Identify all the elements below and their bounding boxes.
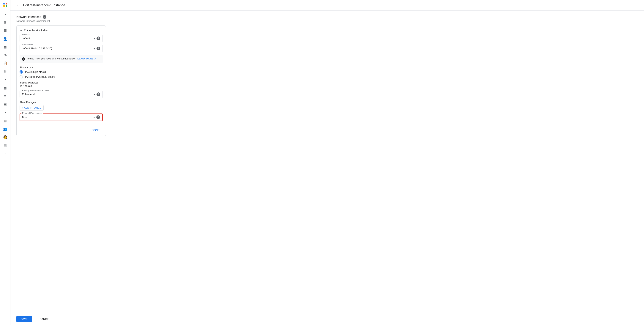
network-field: Network default ▾ ? — [20, 35, 103, 42]
bottom-bar: SAVE CANCEL — [10, 313, 644, 325]
sidebar-item-calendar[interactable]: 📋 — [2, 60, 9, 67]
sidebar-item-settings[interactable]: ⚙ — [2, 68, 9, 75]
percent-icon: % — [4, 53, 6, 57]
sidebar-item-person1[interactable]: 👤 — [2, 35, 9, 42]
primary-ipv4-help-icon[interactable]: ? — [96, 92, 100, 96]
sidebar-expand[interactable]: › — [2, 150, 9, 157]
subnetwork-field-value: default IPv4 (10.138.0/20) — [22, 47, 92, 50]
subnetwork-field-inner[interactable]: default IPv4 (10.138.0/20) ▾ ? — [20, 45, 103, 52]
svg-rect-3 — [6, 5, 7, 7]
person3-icon: 🧑 — [3, 135, 7, 139]
sidebar-item-list1[interactable]: ☰ — [2, 27, 9, 34]
sidebar-item-grid3[interactable]: ▦ — [2, 84, 9, 92]
network-field-label: Network — [22, 33, 30, 36]
dot2-icon — [5, 79, 6, 80]
sidebar-item-grid4[interactable]: ▣ — [2, 101, 9, 108]
primary-ipv4-field-inner[interactable]: Ephemeral ▾ ? — [20, 91, 103, 98]
ip-stack-type-label: IP stack type — [20, 66, 103, 69]
sidebar-item-person3[interactable]: 🧑 — [2, 134, 9, 141]
sidebar-item-dot2[interactable] — [2, 76, 9, 84]
sidebar-item-grid2[interactable]: ▦ — [2, 43, 9, 51]
settings-icon: ⚙ — [4, 70, 7, 74]
subnetwork-field-label: Subnetwork — [22, 44, 34, 46]
external-ipv4-field-inner[interactable]: None ▾ ? — [20, 114, 103, 121]
network-interfaces-help-icon[interactable]: ? — [43, 15, 46, 19]
internal-ip-value: 10.138.0.8 — [20, 85, 103, 88]
alias-ip-ranges-label: Alias IP ranges — [20, 101, 103, 104]
radio-dual-label: IPv4 and IPv6 (dual-stack) — [24, 75, 55, 78]
chevron-right-icon: › — [5, 152, 6, 156]
edit-network-interface-card: ▲ Edit network interface Network default… — [16, 25, 106, 136]
save-button[interactable]: SAVE — [16, 316, 32, 322]
person2-icon: 👥 — [3, 127, 7, 131]
internal-ip-label: Internal IP address — [20, 82, 103, 84]
primary-ipv4-field-label: Primary internal IPv4 address — [22, 89, 50, 92]
done-area: DONE — [20, 124, 103, 133]
radio-ipv4-dot — [20, 71, 22, 73]
info-icon: i — [22, 58, 25, 61]
add-ip-range-button[interactable]: + ADD IP RANGE — [20, 105, 44, 110]
sidebar-item-queue[interactable]: ≡ — [2, 92, 9, 100]
back-arrow-icon: ← — [16, 3, 20, 7]
subnetwork-dropdown-icon[interactable]: ▾ — [94, 47, 95, 50]
grid4-icon: ▣ — [4, 102, 7, 106]
radio-ipv4-single-stack[interactable]: IPv4 (single-stack) — [20, 70, 103, 74]
queue-icon: ≡ — [4, 94, 6, 98]
network-field-inner[interactable]: default ▾ ? — [20, 35, 103, 42]
subnetwork-help-icon[interactable]: ? — [96, 46, 100, 50]
sidebar-item-grid1[interactable]: ⊞ — [2, 19, 9, 26]
radio-ipv4-label: IPv4 (single-stack) — [24, 70, 46, 74]
sidebar-item-dot1[interactable] — [2, 10, 9, 18]
grid5-icon: ▦ — [4, 119, 7, 123]
ipv6-info-box: i To use IPv6, you need an IPv6 subnet r… — [20, 55, 103, 63]
grid6-icon: ▤ — [4, 143, 7, 148]
collapse-chevron-icon: ▲ — [20, 28, 22, 32]
primary-ipv4-dropdown-icon[interactable]: ▾ — [94, 92, 95, 96]
learn-more-link[interactable]: LEARN MORE ↗ — [77, 57, 96, 60]
back-button[interactable]: ← — [15, 2, 21, 8]
done-button[interactable]: DONE — [89, 127, 103, 133]
external-ipv4-help-icon[interactable]: ? — [96, 115, 100, 119]
subnetwork-field: Subnetwork default IPv4 (10.138.0/20) ▾ … — [20, 45, 103, 52]
cancel-button[interactable]: CANCEL — [35, 316, 54, 322]
section-subtitle: Network interface is permanent — [16, 20, 638, 22]
content-area: Network interfaces ? Network interface i… — [10, 10, 644, 313]
network-field-value: default — [22, 37, 92, 40]
radio-ipv4-circle — [20, 70, 23, 74]
radio-dual-stack[interactable]: IPv4 and IPv6 (dual-stack) — [20, 75, 103, 78]
external-ipv4-field-value: None — [22, 116, 92, 119]
external-ipv4-field: External IPv4 address None ▾ ? — [20, 114, 103, 121]
topbar: ← Edit test-instance-1 instance — [10, 0, 644, 10]
primary-internal-ipv4-field: Primary internal IPv4 address Ephemeral … — [20, 91, 103, 98]
sidebar: ⊞ ☰ 👤 ▦ % 📋 ⚙ ▦ ≡ ▣ ▦ 👥 🧑 ▤ › — [0, 0, 10, 325]
ip-stack-type-section: IP stack type IPv4 (single-stack) IPv4 a… — [20, 66, 103, 78]
sidebar-item-grid5[interactable]: ▦ — [2, 117, 9, 124]
external-link-icon: ↗ — [94, 57, 96, 60]
section-title: Network interfaces ? — [16, 15, 638, 19]
main-content: ← Edit test-instance-1 instance Network … — [10, 0, 644, 325]
alias-ip-ranges-section: Alias IP ranges + ADD IP RANGE — [20, 101, 103, 110]
list-icon: ☰ — [4, 28, 7, 32]
calendar-icon: 📋 — [3, 61, 7, 66]
info-text: To use IPv6, you need an IPv6 subnet ran… — [27, 57, 96, 60]
sidebar-item-person2[interactable]: 👥 — [2, 125, 9, 133]
grid2-icon: ▦ — [4, 45, 7, 49]
internal-ip-section: Internal IP address 10.138.0.8 — [20, 82, 103, 88]
ip-stack-type-radio-group: IPv4 (single-stack) IPv4 and IPv6 (dual-… — [20, 70, 103, 78]
external-ipv4-field-label: External IPv4 address — [22, 112, 43, 114]
network-interfaces-section: Network interfaces ? Network interface i… — [16, 15, 638, 136]
sidebar-item-percent[interactable]: % — [2, 52, 9, 59]
external-ipv4-dropdown-icon[interactable]: ▾ — [93, 116, 95, 119]
dot-icon — [5, 14, 6, 15]
network-dropdown-icon[interactable]: ▾ — [94, 37, 95, 40]
dot3-icon — [5, 112, 6, 113]
sidebar-item-grid6[interactable]: ▤ — [2, 142, 9, 149]
person-icon: 👤 — [3, 37, 7, 41]
sidebar-item-dot3[interactable] — [2, 109, 9, 116]
primary-ipv4-field-value: Ephemeral — [22, 93, 92, 96]
collapse-header[interactable]: ▲ Edit network interface — [20, 28, 103, 32]
page-title: Edit test-instance-1 instance — [23, 3, 65, 7]
add-ip-range-label: + ADD IP RANGE — [22, 106, 41, 109]
network-help-icon[interactable]: ? — [96, 36, 100, 40]
grid3-icon: ▦ — [4, 86, 7, 90]
